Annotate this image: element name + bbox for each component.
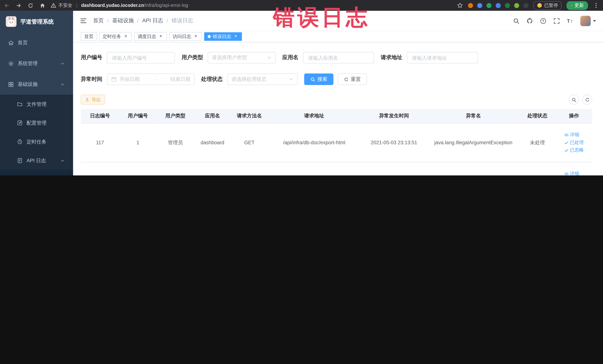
browser-back-icon[interactable] (4, 2, 10, 8)
request-url-input[interactable] (407, 52, 478, 63)
app-logo[interactable]: 芋道管理系统 (0, 11, 73, 32)
cell-log-id: 116 (81, 162, 119, 176)
svg-text:T: T (567, 18, 570, 24)
svg-text:T: T (570, 20, 573, 23)
hamburger-icon[interactable] (80, 17, 87, 24)
sidebar-item-1[interactable]: 系统管理 (0, 53, 73, 74)
tab-1[interactable]: 定时任务× (99, 32, 132, 41)
check-icon (564, 140, 569, 145)
bookmark-star-icon[interactable] (457, 2, 463, 8)
active-tab-dot (208, 35, 211, 38)
browser-home-icon[interactable] (40, 2, 46, 8)
process-status-placeholder: 请选择处理状态 (232, 76, 267, 83)
extension-icon[interactable] (496, 3, 501, 8)
action-detail[interactable]: 详细 (564, 131, 579, 138)
tab-label: 定时任务 (103, 33, 121, 40)
action-detail-label: 详细 (570, 131, 579, 138)
security-label: 不安全 (58, 2, 72, 9)
sidebar-item-label: 系统管理 (18, 60, 38, 67)
search-icon[interactable] (513, 17, 520, 24)
breadcrumb-item[interactable]: API 日志 (142, 17, 163, 24)
sidebar-item-label: 文件管理 (26, 101, 46, 107)
fontsize-icon[interactable]: TT (567, 17, 573, 24)
update-label: 更新 (574, 2, 584, 9)
cell-user-type: 管理员 (156, 123, 194, 162)
cell-exception-name: java.lang.IllegalArgumentException (428, 162, 519, 176)
exception-time-range[interactable]: 开始日期 - 结束日期 (107, 73, 195, 85)
fullscreen-icon[interactable] (553, 17, 560, 24)
sidebar-item-2[interactable]: 基础设施 (0, 74, 73, 94)
export-button[interactable]: 导出 (81, 94, 105, 105)
extension-icon[interactable] (523, 3, 529, 8)
tab-3[interactable]: 访问日志× (169, 32, 202, 41)
warning-icon (51, 3, 56, 8)
sidebar-item-4[interactable]: 配置管理 (0, 114, 73, 132)
cell-user-id: 1 (119, 162, 156, 176)
log-icon (17, 158, 23, 164)
sidebar-item-7[interactable]: 访问日志 (0, 170, 73, 176)
action-ignored-label: 已忽略 (570, 146, 584, 154)
extension-icon[interactable] (505, 3, 510, 8)
infra-icon (8, 82, 14, 87)
close-icon[interactable]: × (123, 34, 128, 39)
process-status-select[interactable]: 请选择处理状态 (227, 73, 298, 85)
filter-label-app-name: 应用名 (282, 54, 299, 61)
user-type-select[interactable]: 请选择用户类型 (208, 52, 276, 63)
main-area: 首页/基础设施/API 日志/错误日志 ? TT 首页定时任务×调度日志×访问日… (73, 11, 603, 176)
browser-update-button[interactable]: 更新 (567, 1, 588, 10)
extension-icon[interactable] (468, 3, 473, 8)
search-button[interactable]: 搜索 (304, 73, 334, 85)
action-detail[interactable]: 详细 (564, 170, 579, 176)
breadcrumb-separator: / (137, 18, 139, 24)
sidebar-item-6[interactable]: API 日志 (0, 151, 73, 170)
close-icon[interactable]: × (233, 34, 238, 39)
user-id-input[interactable] (107, 52, 175, 63)
chevron-up-icon (60, 82, 65, 86)
toggle-search-button[interactable] (569, 94, 579, 105)
sidebar: 芋道管理系统 首页系统管理基础设施文件管理配置管理定时任务API 日志访问日志错… (0, 11, 73, 176)
browser-menu-icon[interactable] (593, 2, 599, 8)
extension-icon[interactable] (514, 3, 519, 8)
close-icon[interactable]: × (193, 34, 198, 39)
cell-user-id: 1 (119, 123, 156, 162)
sidebar-item-label: 定时任务 (26, 138, 46, 145)
help-icon[interactable]: ? (540, 17, 546, 24)
col-exception-time: 异常发生时间 (360, 109, 428, 123)
action-processed-label: 已处理 (570, 139, 584, 146)
eye-icon (564, 133, 569, 137)
close-icon[interactable]: × (158, 34, 163, 39)
extension-icon[interactable] (477, 3, 482, 8)
start-date-placeholder: 开始日期 (120, 76, 139, 83)
app-name-input[interactable] (303, 52, 374, 63)
tab-2[interactable]: 调度日志× (134, 32, 167, 41)
paused-label: 已暂停 (544, 2, 558, 9)
breadcrumb-item[interactable]: 首页 (93, 17, 104, 24)
tab-label: 首页 (84, 33, 93, 40)
logo-image (6, 16, 16, 27)
table-row: 1171管理员dashboardGET/api/infra/db-doc/exp… (81, 123, 592, 162)
refresh-table-button[interactable] (582, 94, 592, 105)
update-dot (571, 4, 573, 6)
paused-badge[interactable]: 已暂停 (533, 1, 561, 10)
action-ignored[interactable]: 已忽略 (564, 146, 584, 154)
browser-reload-icon[interactable] (28, 2, 33, 8)
sidebar-item-3[interactable]: 文件管理 (0, 94, 73, 114)
browser-forward-icon[interactable] (16, 2, 22, 8)
cell-app-name: dashboard (194, 123, 231, 162)
sidebar-item-5[interactable]: 定时任务 (0, 132, 73, 151)
sidebar-item-0[interactable]: 首页 (0, 32, 73, 53)
security-chip[interactable]: 不安全 (51, 2, 72, 9)
reset-button[interactable]: 重置 (338, 73, 367, 85)
tab-0[interactable]: 首页 (81, 32, 97, 41)
cell-request-url: /api/infra/db-doc/export-html (268, 123, 360, 162)
user-menu[interactable] (580, 16, 596, 26)
github-icon[interactable] (526, 17, 533, 24)
address-bar[interactable]: | dashboard.yudao.iocoder.cn/infra/log/a… (76, 3, 188, 8)
table-header-row: 日志编号用户编号用户类型应用名请求方法名请求地址异常发生时间异常名处理状态操作 (81, 109, 592, 123)
sidebar-item-label: 配置管理 (26, 119, 46, 126)
action-processed[interactable]: 已处理 (564, 139, 584, 146)
row-actions: 详细已处理已忽略 (564, 131, 584, 154)
breadcrumb-item[interactable]: 基础设施 (112, 17, 134, 24)
tab-4[interactable]: 错误日志× (204, 32, 242, 41)
extension-icon[interactable] (487, 3, 491, 8)
